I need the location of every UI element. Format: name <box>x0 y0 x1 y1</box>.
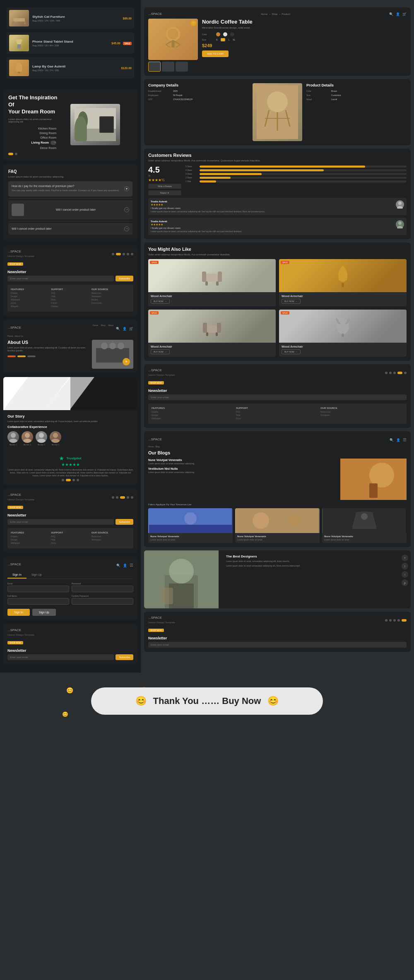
footer-link[interactable]: Help <box>236 414 319 416</box>
footer-badge[interactable]: SHOP NOW <box>148 381 164 384</box>
add-to-cart-button[interactable]: ADD TO CART <box>202 50 229 57</box>
newsletter-email-input[interactable] <box>7 519 114 525</box>
password-input[interactable] <box>72 586 133 592</box>
footer-link[interactable]: Display <box>11 292 49 294</box>
report-button[interactable]: Report ▼ <box>148 190 181 195</box>
cart-icon[interactable] <box>402 12 407 16</box>
footer-link[interactable]: Docs <box>51 298 89 301</box>
dot[interactable] <box>131 496 133 499</box>
dot[interactable] <box>127 496 129 499</box>
hamburger-icon[interactable] <box>130 561 133 568</box>
footer-link[interactable]: Widgets <box>11 305 49 307</box>
instagram-icon[interactable]: i <box>402 571 408 578</box>
nav-link[interactable]: Home <box>93 324 98 331</box>
footer-link[interactable]: Forum <box>51 302 89 304</box>
footer-link[interactable]: Resources <box>91 535 130 538</box>
cart-icon[interactable] <box>129 324 133 331</box>
hamburger-icon[interactable] <box>403 435 407 443</box>
menu-item[interactable]: Decor Room <box>8 146 58 150</box>
signin-button[interactable]: Sign In <box>7 609 30 616</box>
newsletter-email-input[interactable] <box>148 394 407 400</box>
footer-link[interactable]: Templates <box>91 538 130 541</box>
footer-link[interactable]: Help <box>51 295 89 298</box>
footer-link[interactable]: Templates <box>320 414 403 416</box>
buy-now-button[interactable]: BUY NOW → <box>151 299 170 304</box>
footer-badge[interactable]: SHOP NOW <box>7 641 23 644</box>
dot-active[interactable] <box>120 496 125 499</box>
dot-active[interactable] <box>66 479 71 481</box>
dot[interactable] <box>397 619 400 622</box>
footer-link[interactable]: Docs <box>51 542 89 544</box>
color-swatch-brown[interactable] <box>216 32 220 36</box>
dot[interactable] <box>15 153 17 155</box>
footer-link[interactable]: Design <box>11 295 49 298</box>
footer-link[interactable]: FAQ <box>51 535 89 538</box>
product-thumb[interactable] <box>162 62 174 72</box>
dot[interactable] <box>393 372 396 374</box>
dot[interactable] <box>116 496 118 499</box>
wishlist-icon[interactable]: ♡ <box>190 20 196 26</box>
dot-active[interactable] <box>397 372 402 374</box>
faq-toggle-icon[interactable]: → <box>124 226 129 231</box>
search-icon[interactable] <box>116 561 120 568</box>
buy-now-button[interactable]: BUY NOW → <box>282 299 301 304</box>
twitter-icon[interactable]: t <box>402 563 408 569</box>
sign-in-tab[interactable]: Sign In <box>7 572 26 579</box>
footer-link[interactable]: Resources <box>91 292 130 294</box>
confirm-pass-input[interactable] <box>72 598 133 605</box>
menu-item[interactable]: Dining Room <box>8 131 58 135</box>
color-swatch-white[interactable] <box>223 32 227 36</box>
blog-card[interactable]: Nune Volutpat Venenatis Lorem ipsum dolo… <box>148 508 233 543</box>
email-input[interactable] <box>7 586 69 592</box>
dot[interactable] <box>127 253 129 255</box>
dot-active[interactable] <box>116 253 121 255</box>
newsletter-email-input[interactable] <box>7 276 114 281</box>
list-item[interactable]: Stylish Cat Furniture Aug 2023 / 24 / 10… <box>7 7 134 29</box>
footer-link[interactable]: Icons <box>11 302 49 304</box>
dot[interactable] <box>131 253 133 255</box>
list-item[interactable]: Phone Stand Tablet Stand Aug 2023 / 20 /… <box>7 32 134 54</box>
dot[interactable] <box>393 619 396 622</box>
facebook-icon[interactable]: f <box>402 555 408 561</box>
newsletter-subscribe-button[interactable]: Subscribe <box>116 276 133 281</box>
product-thumb[interactable] <box>176 62 188 72</box>
dot[interactable] <box>62 479 64 481</box>
product-thumb[interactable] <box>148 62 161 72</box>
user-icon[interactable] <box>396 12 400 16</box>
menu-item[interactable]: Kitchen Room <box>8 126 58 131</box>
faq-item-open[interactable]: How do I pay for the essentials of premi… <box>8 181 132 197</box>
newsletter-subscribe-button[interactable]: Subscribe <box>116 519 133 525</box>
nav-link[interactable]: Shop <box>101 324 106 331</box>
sign-up-tab[interactable]: Sign Up <box>26 572 47 579</box>
dot[interactable] <box>385 619 388 622</box>
buy-now-button[interactable]: BUY NOW → <box>151 349 170 354</box>
dot-active[interactable] <box>402 619 407 622</box>
footer-link[interactable]: FAQ <box>51 292 89 294</box>
footer-link[interactable]: Design <box>152 414 234 416</box>
menu-item-active[interactable]: Living Room → <box>8 140 58 146</box>
footer-link[interactable]: Display <box>11 535 49 538</box>
buy-now-button[interactable]: BUY NOW → <box>282 349 301 354</box>
faq-toggle-icon[interactable]: → <box>124 207 129 212</box>
dot[interactable] <box>77 479 79 481</box>
newsletter-email-input[interactable] <box>7 654 114 660</box>
search-icon[interactable] <box>389 12 393 16</box>
user-icon[interactable] <box>123 324 127 331</box>
footer-link[interactable]: Contact <box>51 305 89 307</box>
dot[interactable] <box>385 372 388 374</box>
footer-link[interactable]: Plugins <box>91 298 130 301</box>
footer-link[interactable]: Resources <box>320 411 403 413</box>
footer-link[interactable]: Wallpaper <box>11 298 49 301</box>
dot[interactable] <box>123 253 125 255</box>
list-item[interactable]: Lamp By Gae Aulenti Aug 2023 / 18 / 74 /… <box>7 57 134 79</box>
faq-toggle-icon[interactable]: ▼ <box>124 186 129 191</box>
footer-badge[interactable]: SHOP NOW <box>148 629 164 632</box>
footer-link[interactable]: Display <box>152 411 234 413</box>
dot[interactable] <box>112 496 114 499</box>
signup-button[interactable]: Sign Up <box>32 609 56 616</box>
newsletter-email-input[interactable] <box>148 642 407 648</box>
footer-link[interactable]: Help <box>51 538 89 541</box>
dot[interactable] <box>389 619 392 622</box>
faq-item[interactable]: Will I cancel order product later → <box>8 200 132 219</box>
dot[interactable] <box>112 253 114 255</box>
